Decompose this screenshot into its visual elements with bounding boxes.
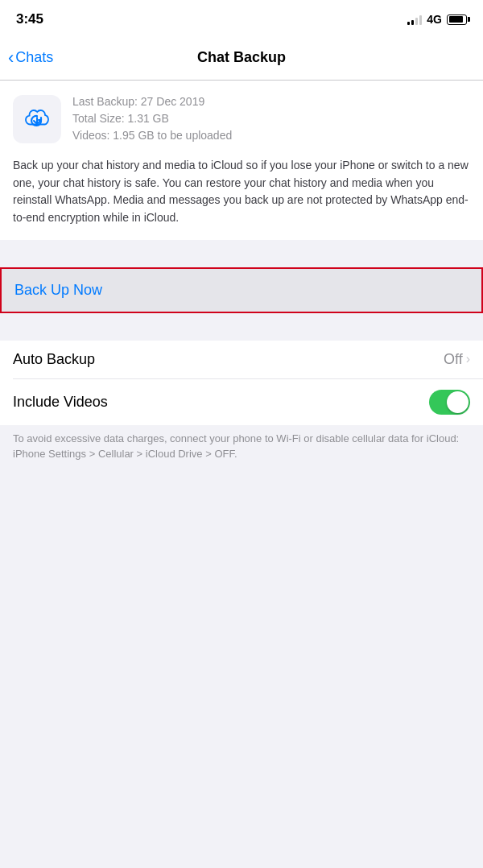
cloud-icon-container	[13, 95, 61, 143]
signal-icon	[407, 14, 422, 25]
auto-backup-row[interactable]: Auto Backup Off ›	[0, 341, 483, 378]
cloud-refresh-icon	[22, 104, 52, 134]
back-label: Chats	[15, 49, 53, 66]
auto-backup-value-text: Off	[444, 351, 463, 368]
backup-description: Back up your chat history and media to i…	[0, 157, 483, 240]
content-area: Last Backup: 27 Dec 2019 Total Size: 1.3…	[0, 81, 483, 474]
auto-backup-label: Auto Backup	[13, 351, 95, 368]
auto-backup-value: Off ›	[444, 351, 470, 368]
chevron-right-icon: ›	[466, 352, 470, 366]
include-videos-toggle[interactable]	[429, 390, 470, 415]
include-videos-label: Include Videos	[13, 394, 108, 411]
settings-section: Auto Backup Off › Include Videos	[0, 341, 483, 425]
battery-icon	[447, 14, 467, 25]
page-title: Chat Backup	[197, 49, 286, 66]
status-bar: 3:45 4G	[0, 0, 483, 35]
toggle-knob	[447, 391, 469, 413]
nav-bar: ‹ Chats Chat Backup	[0, 35, 483, 81]
section-gap-2	[0, 313, 483, 341]
network-label: 4G	[427, 13, 442, 26]
backup-now-section: Back Up Now	[0, 267, 483, 313]
footer-note: To avoid excessive data charges, connect…	[0, 425, 483, 475]
backup-info-card: Last Backup: 27 Dec 2019 Total Size: 1.3…	[0, 81, 483, 240]
last-backup-text: Last Backup: 27 Dec 2019	[72, 93, 470, 110]
total-size-text: Total Size: 1.31 GB	[72, 110, 470, 127]
include-videos-row: Include Videos	[0, 379, 483, 425]
status-icons: 4G	[407, 13, 467, 26]
chevron-left-icon: ‹	[8, 49, 14, 67]
backup-info-row: Last Backup: 27 Dec 2019 Total Size: 1.3…	[13, 93, 470, 144]
back-button[interactable]: ‹ Chats	[8, 49, 53, 67]
backup-info-section: Last Backup: 27 Dec 2019 Total Size: 1.3…	[0, 81, 483, 157]
videos-text: Videos: 1.95 GB to be uploaded	[72, 127, 470, 144]
backup-now-button[interactable]: Back Up Now	[2, 269, 481, 312]
status-time: 3:45	[16, 11, 43, 27]
backup-details: Last Backup: 27 Dec 2019 Total Size: 1.3…	[72, 93, 470, 144]
backup-now-label: Back Up Now	[14, 282, 102, 299]
section-gap-1	[0, 240, 483, 267]
